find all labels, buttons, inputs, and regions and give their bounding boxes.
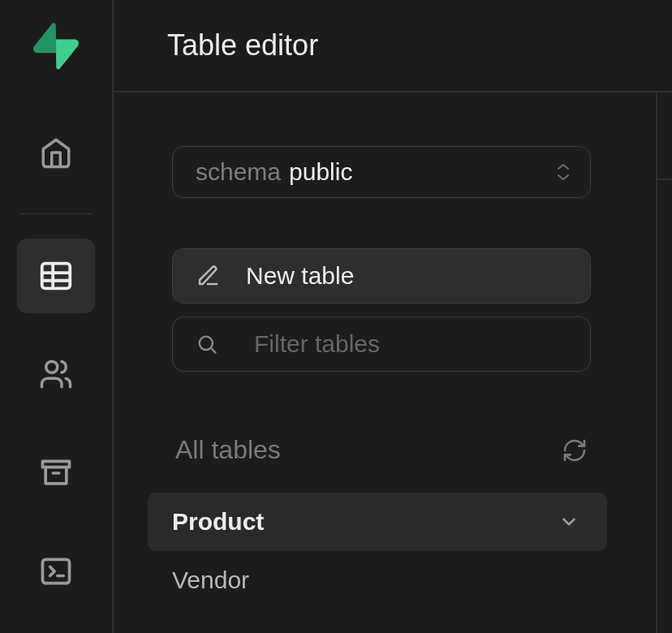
logo xyxy=(32,23,80,70)
svg-line-10 xyxy=(211,348,215,352)
table-editor-panel: Table editor schema public New table xyxy=(114,0,672,633)
users-icon xyxy=(39,357,73,391)
nav-auth[interactable] xyxy=(17,338,95,411)
right-pane-sliver xyxy=(656,93,672,633)
schema-label: schema xyxy=(196,158,281,186)
terminal-icon xyxy=(38,553,74,589)
home-icon xyxy=(39,136,73,170)
page-title: Table editor xyxy=(167,28,318,62)
nav-divider xyxy=(19,213,93,214)
nav-storage[interactable] xyxy=(17,436,95,510)
refresh-button[interactable] xyxy=(562,437,588,463)
table-item-product[interactable]: Product xyxy=(148,493,607,551)
filter-tables-field[interactable] xyxy=(254,330,567,358)
chevron-down-icon xyxy=(558,511,579,532)
nav-sql[interactable] xyxy=(17,535,95,609)
table-item-vendor[interactable]: Vendor xyxy=(148,551,607,609)
tables-list: Product Vendor xyxy=(148,493,607,609)
search-icon xyxy=(196,333,218,355)
panel-header: Table editor xyxy=(114,0,672,93)
archive-icon xyxy=(38,455,74,491)
svg-point-4 xyxy=(46,362,58,373)
new-table-button[interactable]: New table xyxy=(172,248,591,304)
svg-rect-0 xyxy=(42,264,71,289)
nav-rail xyxy=(0,0,114,633)
nav-table-editor[interactable] xyxy=(17,239,95,312)
schema-select[interactable]: schema public xyxy=(172,146,591,198)
nav-home[interactable] xyxy=(17,115,95,189)
table-name: Product xyxy=(172,508,264,536)
new-table-label: New table xyxy=(246,262,354,290)
tables-list-header: All tables xyxy=(172,435,591,465)
filter-tables-input[interactable] xyxy=(172,316,591,372)
supabase-logo-icon xyxy=(32,23,80,70)
refresh-icon xyxy=(562,437,588,463)
table-icon xyxy=(37,257,75,295)
table-name: Vendor xyxy=(172,566,249,594)
tables-list-title: All tables xyxy=(175,435,281,465)
chevrons-up-down-icon xyxy=(556,163,571,181)
schema-value: public xyxy=(289,158,556,186)
edit-icon xyxy=(196,264,220,288)
